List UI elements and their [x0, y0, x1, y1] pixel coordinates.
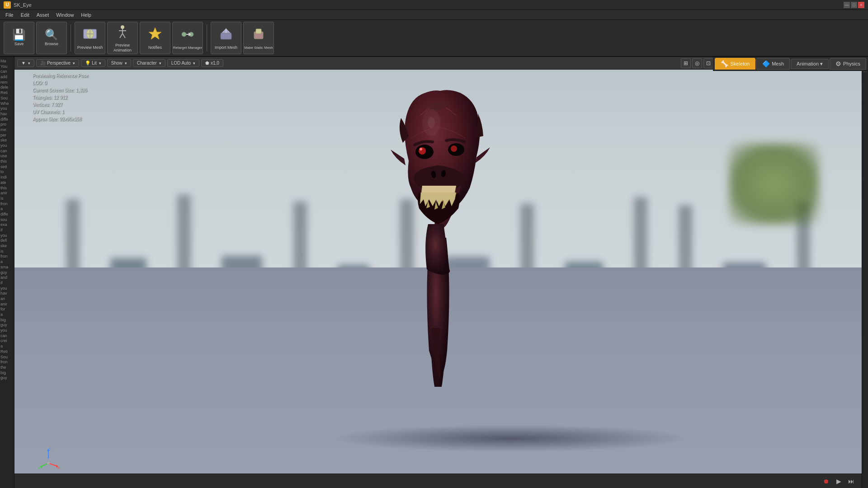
- mesh-tab-label: Mesh: [772, 61, 784, 66]
- svg-line-7: [120, 33, 123, 38]
- perspective-button[interactable]: 🎥 Perspective: [36, 59, 79, 67]
- save-label: Save: [14, 42, 24, 47]
- svg-line-8: [123, 33, 125, 38]
- preview-animation-icon: [114, 23, 131, 42]
- menu-file[interactable]: File: [2, 11, 17, 19]
- tab-mesh[interactable]: 🔷 Mesh: [756, 58, 790, 70]
- info-triangles: Triangles: 12 912: [33, 94, 88, 101]
- svg-point-9: [182, 32, 186, 37]
- scene-foliage: [729, 143, 819, 225]
- svg-point-4: [121, 25, 124, 29]
- tab-animation[interactable]: Animation ▾: [791, 59, 829, 69]
- menu-asset[interactable]: Asset: [33, 11, 53, 19]
- viewport[interactable]: ▼ 🎥 Perspective 💡 Lit Show Character LOD…: [14, 57, 862, 488]
- lit-label: Lit: [92, 61, 97, 66]
- playback-bar: ⏺ ▶ ⏭: [14, 474, 862, 488]
- mesh-tab-icon: 🔷: [762, 60, 770, 67]
- svg-point-21: [419, 147, 426, 155]
- scene-shadow: [330, 425, 691, 452]
- svg-point-23: [420, 148, 422, 150]
- svg-point-28: [439, 101, 450, 108]
- toolbar-separator-2: [207, 24, 207, 52]
- preview-animation-label: Preview Animation: [108, 43, 137, 53]
- show-label: Show: [111, 61, 123, 66]
- import-mesh-button[interactable]: Import Mesh: [211, 22, 241, 54]
- svg-text:X: X: [57, 466, 60, 470]
- svg-text:Y: Y: [38, 466, 41, 470]
- info-reference-pose: Previewing Reference Pose: [33, 72, 88, 80]
- character-button[interactable]: Character: [133, 59, 165, 67]
- physics-tab-icon: ⚙: [835, 60, 841, 67]
- lod-label: LOD Auto: [171, 61, 191, 66]
- preview-mesh-label: Preview Mesh: [77, 45, 103, 50]
- play-button[interactable]: ▶: [834, 476, 844, 486]
- preview-mesh-button[interactable]: Preview Mesh: [75, 22, 105, 54]
- anim-notifies-label: Notifies: [148, 45, 162, 50]
- editor-tabs: 🦴 Skeleton 🔷 Mesh Animation ▾ ⚙ Physics: [713, 57, 868, 71]
- save-icon: 💾: [12, 29, 26, 40]
- make-static-mesh-icon: [250, 26, 267, 44]
- import-mesh-icon: [218, 26, 234, 44]
- left-sidebar: MaYoucanaddremdeleRetiSouWheyouhavdiffep…: [0, 57, 14, 488]
- scale-icon: ⬟: [205, 61, 209, 66]
- sidebar-description-text: MaYoucanaddremdeleRetiSouWheyouhavdiffep…: [0, 59, 13, 381]
- preview-animation-button[interactable]: Preview Animation: [107, 22, 138, 54]
- svg-rect-13: [221, 33, 231, 39]
- viewport-dropdown-button[interactable]: ▼: [17, 59, 34, 67]
- show-button[interactable]: Show: [107, 59, 131, 67]
- info-uv-channels: UV Channels: 1: [33, 108, 88, 116]
- animation-tab-label: Animation ▾: [797, 61, 823, 67]
- close-button[interactable]: ×: [858, 2, 864, 8]
- import-mesh-label: Import Mesh: [215, 45, 237, 50]
- skeleton-tab-label: Skeleton: [730, 61, 750, 66]
- retarget-manager-button[interactable]: Retarget Manager: [172, 22, 203, 54]
- character-label: Character: [137, 61, 157, 66]
- viewport-icon-move[interactable]: ⊞: [681, 58, 691, 68]
- lit-icon: 💡: [85, 61, 90, 66]
- record-button[interactable]: ⏺: [821, 476, 831, 486]
- skeleton-tab-icon: 🦴: [721, 60, 728, 67]
- minimize-button[interactable]: —: [844, 2, 850, 8]
- viewport-info: Previewing Reference Pose LOD: 0 Current…: [33, 72, 88, 123]
- browse-button[interactable]: 🔍 Browse: [36, 22, 67, 54]
- perspective-label: Perspective: [47, 61, 71, 66]
- skip-forward-button[interactable]: ⏭: [846, 476, 856, 486]
- tab-physics[interactable]: ⚙ Physics: [830, 58, 866, 70]
- title-bar: U SK_Eye — □ ×: [0, 0, 868, 10]
- axis-gizmo: Z X Y: [37, 447, 60, 470]
- scale-label: x1,0: [211, 61, 219, 66]
- toolbar-separator-1: [71, 24, 71, 52]
- preview-mesh-icon: [82, 26, 98, 44]
- viewport-background: Z X Y: [14, 57, 862, 488]
- scale-button[interactable]: ⬟ x1,0: [201, 59, 223, 67]
- viewport-icon-scale[interactable]: ⊡: [703, 58, 713, 68]
- retarget-manager-label: Retarget Manager: [173, 46, 202, 50]
- lod-button[interactable]: LOD Auto: [167, 59, 199, 67]
- lit-button[interactable]: 💡 Lit: [81, 59, 105, 67]
- viewport-icon-rotate[interactable]: ◎: [692, 58, 702, 68]
- svg-text:Z: Z: [49, 447, 51, 450]
- menu-help[interactable]: Help: [77, 11, 95, 19]
- main-area: MaYoucanaddremdeleRetiSouWheyouhavdiffep…: [0, 57, 868, 488]
- app-icon: U: [4, 1, 11, 9]
- anim-notifies-button[interactable]: Notifies: [140, 22, 170, 54]
- monster-mesh: [370, 80, 506, 387]
- make-static-mesh-label: Make Static Mesh: [244, 46, 273, 50]
- svg-rect-17: [256, 29, 261, 33]
- physics-tab-label: Physics: [843, 61, 860, 66]
- svg-line-36: [48, 463, 57, 466]
- creature-svg: [366, 80, 510, 387]
- info-lod: LOD: 0: [33, 80, 88, 87]
- anim-notifies-icon: [147, 26, 163, 44]
- menu-edit[interactable]: Edit: [17, 11, 33, 19]
- svg-point-22: [451, 145, 457, 152]
- maximize-button[interactable]: □: [851, 2, 857, 8]
- info-screen-size: Current Screen Size: 1,326: [33, 87, 88, 94]
- menu-window[interactable]: Window: [52, 11, 77, 19]
- make-static-mesh-button[interactable]: Make Static Mesh: [243, 22, 274, 54]
- tab-skeleton[interactable]: 🦴 Skeleton: [715, 58, 755, 70]
- right-sidebar: [862, 57, 868, 488]
- toolbar: 💾 Save 🔍 Browse Preview Mesh Preview Ani…: [0, 20, 868, 57]
- save-button[interactable]: 💾 Save: [4, 22, 34, 54]
- window-controls[interactable]: — □ ×: [844, 2, 864, 8]
